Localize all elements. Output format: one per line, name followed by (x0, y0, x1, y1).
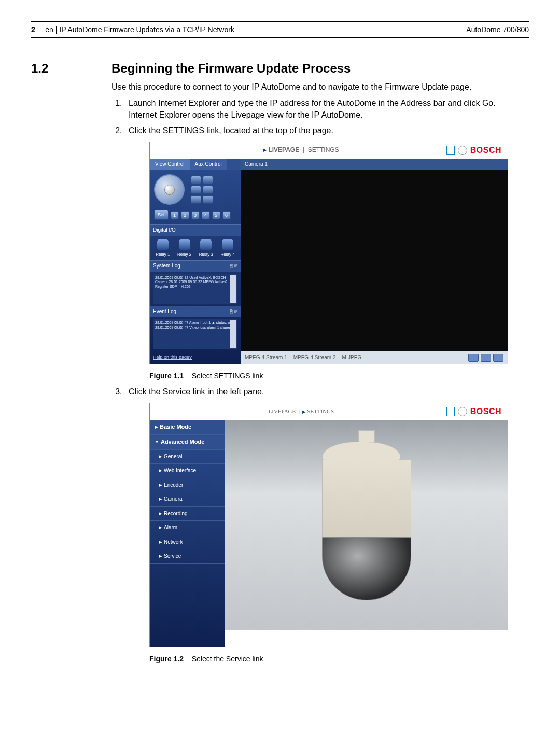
nav-general[interactable]: ▶General (150, 450, 225, 464)
nav-recording-label: Recording (164, 510, 188, 518)
iris-open-button[interactable] (191, 195, 201, 204)
nav-recording[interactable]: ▶Recording (150, 507, 225, 522)
relay-1-label: Relay 1 (156, 251, 170, 258)
help-link[interactable]: Help on this page? (150, 351, 241, 364)
sidebar-spacer (150, 564, 225, 647)
record-icon[interactable] (481, 354, 491, 362)
relay-2[interactable]: Relay 2 (177, 239, 191, 258)
snapshot-icon[interactable] (468, 354, 479, 362)
relay-4[interactable]: Relay 4 (221, 239, 235, 258)
ui1-settings-link[interactable]: SETTINGS (308, 146, 339, 153)
zoom-out-button[interactable] (203, 176, 213, 184)
header-left: 2 en | IP AutoDome Firmware Updates via … (31, 25, 234, 34)
relay-3[interactable]: Relay 3 (199, 239, 213, 258)
relay-icon (178, 239, 191, 250)
ptz-controls (154, 174, 236, 205)
ui1-nav-links: ▶ LIVEPAGE | SETTINGS (263, 146, 339, 154)
ui2-main: ▶Basic Mode ▼Advanced Mode ▶General ▶Web… (150, 420, 508, 647)
figure-2-text: Select the Service link (192, 655, 263, 663)
ui2-top-bar: LIVEPAGE | ▶ SETTINGS BOSCH (150, 403, 508, 420)
nav-encoder-label: Encoder (164, 482, 183, 489)
chevron-right-icon: ▶ (159, 468, 162, 473)
digital-io-header: Digital I/O (150, 224, 241, 236)
ui1-tabs: View Control Aux Control (150, 159, 241, 171)
set-button[interactable]: Set (154, 210, 169, 220)
nav-service[interactable]: ▶Service (150, 549, 225, 564)
nav-alarm[interactable]: ▶Alarm (150, 521, 225, 535)
ui1-top-bar: ▶ LIVEPAGE | SETTINGS BOSCH (150, 142, 508, 159)
step-2: Click the SETTINGS link, located at the … (124, 124, 529, 382)
figure-1-text: Select SETTINGS link (192, 372, 263, 380)
nav-network-label: Network (164, 539, 183, 546)
nav-basic-mode[interactable]: ▶Basic Mode (150, 420, 225, 435)
step-1: Launch Internet Explorer and type the IP… (124, 97, 529, 121)
intro-paragraph: Use this procedure to connect to your IP… (111, 81, 529, 93)
focus-near-button[interactable] (191, 186, 201, 194)
syslog-header: System Log ⎘ ⎚ (150, 260, 241, 272)
ui2-preview (225, 420, 508, 630)
preset-3[interactable]: 3 (191, 211, 200, 219)
chevron-right-icon: ▶ (159, 525, 162, 530)
preset-6[interactable]: 6 (222, 211, 231, 219)
nav-network[interactable]: ▶Network (150, 535, 225, 550)
syslog-box: 28.01.2009 09:06:32 Used ActiveX: BOSCH … (153, 274, 237, 304)
brand-text: BOSCH (470, 144, 501, 156)
ptz-panel: Set 1 2 3 4 5 6 (150, 170, 241, 224)
section-title: Beginning the Firmware Update Process (111, 61, 529, 76)
step-2-text: Click the SETTINGS link, located at the … (129, 126, 333, 135)
chevron-right-icon: ▶ (159, 497, 162, 502)
nav-alarm-label: Alarm (164, 524, 177, 532)
dome-stem (358, 430, 375, 443)
nav-encoder[interactable]: ▶Encoder (150, 478, 225, 493)
chevron-right-icon: ▶ (159, 540, 162, 545)
ui2-livepage-link[interactable]: LIVEPAGE (269, 408, 296, 414)
globe-icon[interactable] (458, 407, 467, 416)
tab-aux-control[interactable]: Aux Control (190, 159, 227, 171)
figure-2-caption: Figure 1.2 Select the Service link (149, 654, 529, 664)
nav-camera[interactable]: ▶Camera (150, 492, 225, 507)
chevron-right-icon: ▶ (155, 425, 158, 430)
figure-2-screenshot: LIVEPAGE | ▶ SETTINGS BOSCH (149, 403, 508, 647)
iris-close-button[interactable] (203, 195, 213, 204)
info-icon[interactable] (446, 407, 455, 416)
ui1-main: View Control Aux Control (150, 159, 508, 364)
stream-1[interactable]: MPEG-4 Stream 1 (245, 354, 287, 362)
preset-1[interactable]: 1 (171, 211, 179, 219)
nav-web-interface[interactable]: ▶Web Interface (150, 464, 225, 478)
nav-advanced-mode[interactable]: ▼Advanced Mode (150, 435, 225, 450)
tab-view-control[interactable]: View Control (150, 159, 190, 171)
stream-2[interactable]: MPEG-4 Stream 2 (293, 354, 336, 362)
camera-tab[interactable]: Camera 1 (241, 159, 508, 171)
ui1-sidebar: View Control Aux Control (150, 159, 241, 364)
ui2-nav-links: LIVEPAGE | ▶ SETTINGS (269, 407, 334, 416)
ui2-settings-link[interactable]: SETTINGS (307, 408, 334, 414)
fullscreen-icon[interactable] (493, 354, 503, 362)
rule-top (31, 21, 529, 22)
step-1-text: Launch Internet Explorer and type the IP… (129, 98, 496, 107)
step-3-text: Click the Service link in the left pane. (129, 387, 264, 396)
relay-1[interactable]: Relay 1 (156, 239, 170, 258)
preset-4[interactable]: 4 (202, 211, 210, 219)
video-area (241, 170, 508, 351)
syslog-scrollbar[interactable] (230, 275, 236, 303)
stream-3[interactable]: M-JPEG (342, 354, 361, 362)
section-number: 1.2 (31, 61, 111, 668)
chevron-right-icon: ▶ (159, 454, 162, 459)
preset-2[interactable]: 2 (181, 211, 189, 219)
ptz-joystick[interactable] (154, 174, 185, 205)
dome-camera-image (322, 430, 411, 600)
zoom-in-button[interactable] (191, 176, 201, 184)
globe-icon[interactable] (458, 146, 467, 155)
eventlog-scrollbar[interactable] (230, 320, 236, 348)
info-icon[interactable] (446, 146, 455, 155)
ui1-livepage-link[interactable]: LIVEPAGE (268, 146, 299, 153)
chevron-down-icon: ▼ (155, 440, 159, 445)
preset-5[interactable]: 5 (212, 211, 220, 219)
relay-4-label: Relay 4 (221, 251, 235, 258)
relay-3-label: Relay 3 (199, 251, 213, 258)
dome-body (322, 460, 411, 538)
syslog-label: System Log (153, 262, 180, 270)
eventlog-header: Event Log ⎘ ⎚ (150, 306, 241, 317)
focus-far-button[interactable] (203, 186, 213, 194)
syslog-text: 28.01.2009 09:06:32 Used ActiveX: BOSCH … (155, 276, 227, 288)
